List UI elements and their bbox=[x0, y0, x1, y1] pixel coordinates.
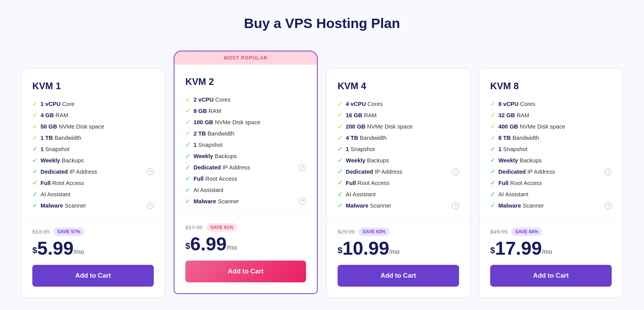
list-item: ✓4 vCPU Cores bbox=[338, 100, 459, 107]
feature-row: 8 TB Bandwidth bbox=[498, 135, 612, 141]
feature-text: AI Assistant bbox=[498, 191, 528, 197]
list-item: ✓Weekly Backups bbox=[338, 157, 459, 164]
check-yellow-icon: ✓ bbox=[490, 111, 495, 119]
feature-text: AI Assistant bbox=[40, 191, 70, 197]
feature-text: 2 TB Bandwidth bbox=[194, 130, 234, 137]
feature-bold: Full bbox=[498, 180, 509, 186]
help-icon[interactable]: ? bbox=[299, 164, 306, 171]
feature-rest: IP Address bbox=[526, 169, 555, 175]
feature-bold: 1 bbox=[498, 146, 501, 152]
feature-rest: RAM bbox=[362, 112, 377, 118]
check-green-icon: ✓ bbox=[185, 175, 190, 182]
plan-card-kvm8: KVM 8✓8 vCPU Cores✓32 GB RAM✓400 GB NVMe… bbox=[479, 69, 623, 298]
check-green-icon: ✓ bbox=[32, 190, 37, 198]
feature-row: 1 TB Bandwidth bbox=[40, 135, 154, 141]
check-yellow-icon: ✓ bbox=[338, 134, 343, 141]
feature-bold: Weekly bbox=[194, 153, 213, 159]
check-green-icon: ✓ bbox=[490, 202, 495, 209]
feature-bold: 1 vCPU bbox=[40, 101, 61, 107]
add-to-cart-button-kvm8[interactable]: Add to Cart bbox=[490, 265, 612, 287]
features-list-kvm2: ✓2 vCPU Cores✓8 GB RAM✓100 GB NVMe Disk … bbox=[185, 96, 306, 205]
feature-text: 100 GB NVMe Disk space bbox=[194, 119, 260, 125]
feature-bold: Dedicated bbox=[346, 169, 373, 175]
price-main: $17.99/mo bbox=[490, 239, 612, 258]
feature-row: AI Assistant bbox=[194, 187, 306, 193]
check-yellow-icon: ✓ bbox=[338, 111, 343, 119]
feature-text: Dedicated IP Address bbox=[346, 169, 402, 175]
add-to-cart-button-kvm2[interactable]: Add to Cart bbox=[185, 261, 306, 282]
check-green-icon: ✓ bbox=[32, 202, 37, 209]
price-dollar: $ bbox=[490, 246, 495, 255]
feature-rest: RAM bbox=[54, 112, 68, 118]
feature-row: 4 GB RAM bbox=[40, 112, 154, 118]
help-icon[interactable]: ? bbox=[605, 202, 612, 209]
original-price: $17.99 bbox=[185, 224, 202, 231]
feature-bold: Dedicated bbox=[40, 169, 68, 175]
feature-text: Full Root Access bbox=[498, 180, 542, 186]
plan-name-kvm1: KVM 1 bbox=[32, 81, 154, 92]
list-item: ✓Weekly Backups bbox=[185, 152, 306, 160]
feature-bold: Malware bbox=[498, 203, 521, 209]
feature-text: 1 Snapshot bbox=[346, 146, 375, 152]
feature-rest: Snapshot bbox=[349, 146, 375, 152]
feature-text: AI Assistant bbox=[346, 191, 376, 197]
feature-text: 8 vCPU Cores bbox=[498, 101, 535, 107]
feature-text: 32 GB RAM bbox=[498, 112, 529, 118]
plan-wrapper-kvm1: KVM 1✓1 vCPU Core✓4 GB RAM✓50 GB NVMe Di… bbox=[21, 51, 165, 298]
list-item: ✓1 Snapshot bbox=[490, 145, 612, 153]
list-item: ✓Malware Scanner? bbox=[185, 197, 306, 205]
page-title: Buy a VPS Hosting Plan bbox=[8, 16, 636, 31]
feature-row: Weekly Backups bbox=[194, 153, 306, 159]
price-mo: /mo bbox=[389, 248, 400, 255]
feature-rest: Snapshot bbox=[501, 146, 527, 152]
pricing-row: $29.99SAVE 63% bbox=[338, 227, 459, 236]
check-yellow-icon: ✓ bbox=[185, 96, 190, 103]
feature-rest: AI Assistant bbox=[194, 187, 223, 193]
feature-row: 400 GB NVMe Disk space bbox=[498, 123, 612, 130]
help-icon[interactable]: ? bbox=[299, 198, 306, 205]
feature-row: Dedicated IP Address? bbox=[194, 164, 306, 171]
check-green-icon: ✓ bbox=[490, 168, 495, 175]
list-item: ✓2 TB Bandwidth bbox=[185, 130, 306, 137]
check-green-icon: ✓ bbox=[32, 145, 37, 153]
help-icon[interactable]: ? bbox=[605, 168, 612, 175]
help-icon[interactable]: ? bbox=[452, 202, 459, 209]
add-to-cart-button-kvm1[interactable]: Add to Cart bbox=[32, 265, 154, 287]
help-icon[interactable]: ? bbox=[147, 202, 154, 209]
feature-row: Malware Scanner? bbox=[346, 202, 459, 209]
feature-bold: 32 GB bbox=[498, 112, 515, 118]
feature-text: Malware Scanner bbox=[346, 203, 391, 209]
list-item: ✓Malware Scanner? bbox=[490, 202, 612, 209]
feature-bold: Full bbox=[194, 176, 204, 182]
feature-row: 200 GB NVMe Disk space bbox=[346, 123, 459, 130]
add-to-cart-button-kvm4[interactable]: Add to Cart bbox=[338, 265, 459, 287]
feature-rest: Scanner bbox=[216, 198, 239, 204]
price-dollar: $ bbox=[185, 242, 190, 250]
list-item: ✓4 GB RAM bbox=[32, 111, 154, 119]
list-item: ✓Full Root Access bbox=[185, 175, 306, 182]
feature-rest: Root Access bbox=[204, 176, 237, 182]
features-list-kvm4: ✓4 vCPU Cores✓16 GB RAM✓200 GB NVMe Disk… bbox=[338, 100, 459, 209]
feature-text: Malware Scanner bbox=[40, 203, 86, 209]
feature-rest: Backups bbox=[365, 157, 389, 164]
check-green-icon: ✓ bbox=[338, 202, 343, 209]
feature-bold: Weekly bbox=[40, 157, 60, 164]
feature-row: Full Root Access bbox=[194, 176, 306, 182]
check-yellow-icon: ✓ bbox=[185, 130, 190, 137]
feature-row: 2 vCPU Cores bbox=[194, 97, 306, 103]
list-item: ✓AI Assistant bbox=[338, 190, 459, 198]
feature-text: Dedicated IP Address bbox=[194, 164, 250, 171]
feature-rest: Snapshot bbox=[44, 146, 69, 152]
list-item: ✓AI Assistant bbox=[185, 186, 306, 194]
help-icon[interactable]: ? bbox=[452, 168, 459, 175]
feature-text: Weekly Backups bbox=[194, 153, 237, 159]
feature-text: 4 vCPU Cores bbox=[346, 101, 383, 107]
features-list-kvm8: ✓8 vCPU Cores✓32 GB RAM✓400 GB NVMe Disk… bbox=[490, 100, 612, 209]
feature-rest: Cores bbox=[366, 101, 383, 107]
feature-row: 1 Snapshot bbox=[194, 142, 306, 148]
feature-text: 400 GB NVMe Disk space bbox=[498, 123, 565, 130]
help-icon[interactable]: ? bbox=[147, 168, 154, 175]
list-item: ✓Malware Scanner? bbox=[338, 202, 459, 209]
feature-row: 1 Snapshot bbox=[40, 146, 154, 152]
feature-rest: Core bbox=[61, 101, 75, 107]
